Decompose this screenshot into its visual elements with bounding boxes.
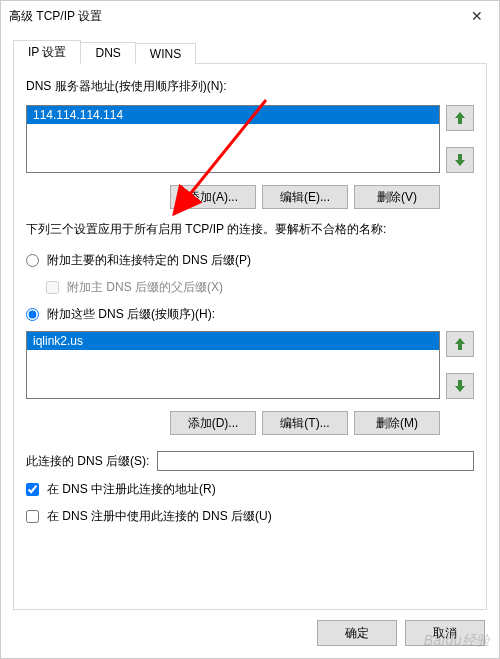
check-parent-suffix: 附加主 DNS 后缀的父后缀(X) <box>26 277 474 298</box>
tab-dns[interactable]: DNS <box>80 42 135 64</box>
dns-suffix-edit-button[interactable]: 编辑(T)... <box>262 411 348 435</box>
arrow-down-icon <box>455 154 465 166</box>
dns-suffix-add-button[interactable]: 添加(D)... <box>170 411 256 435</box>
check-use-conn-suffix-input[interactable] <box>26 510 39 523</box>
tab-wins[interactable]: WINS <box>135 43 196 64</box>
dns-server-move-down-button[interactable] <box>446 147 474 173</box>
dns-suffix-remove-button[interactable]: 删除(M) <box>354 411 440 435</box>
arrow-up-icon <box>455 112 465 124</box>
dns-server-move-up-button[interactable] <box>446 105 474 131</box>
dns-suffix-reorder <box>446 331 474 399</box>
check-register-dns-input[interactable] <box>26 483 39 496</box>
advanced-tcpip-window: 高级 TCP/IP 设置 ✕ IP 设置 DNS WINS DNS 服务器地址(… <box>0 0 500 659</box>
dns-server-listbox[interactable]: 114.114.114.114 <box>26 105 440 173</box>
check-parent-suffix-label: 附加主 DNS 后缀的父后缀(X) <box>67 279 223 296</box>
dns-server-edit-button[interactable]: 编辑(E)... <box>262 185 348 209</box>
window-title: 高级 TCP/IP 设置 <box>9 8 102 25</box>
dns-server-reorder <box>446 105 474 173</box>
tabstrip: IP 设置 DNS WINS <box>13 39 487 64</box>
check-register-dns[interactable]: 在 DNS 中注册此连接的地址(R) <box>26 479 474 500</box>
dns-server-add-button[interactable]: 添加(A)... <box>170 185 256 209</box>
radio-append-these[interactable]: 附加这些 DNS 后缀(按顺序)(H): <box>26 304 474 325</box>
conn-suffix-label: 此连接的 DNS 后缀(S): <box>26 453 149 470</box>
close-button[interactable]: ✕ <box>454 1 499 31</box>
client-area: IP 设置 DNS WINS DNS 服务器地址(按使用顺序排列)(N): 11… <box>1 31 499 658</box>
dns-suffix-listbox[interactable]: iqlink2.us <box>26 331 440 399</box>
dns-server-item[interactable]: 114.114.114.114 <box>27 106 439 124</box>
dns-suffix-item[interactable]: iqlink2.us <box>27 332 439 350</box>
ok-button[interactable]: 确定 <box>317 620 397 646</box>
radio-primary-suffix-label: 附加主要的和连接特定的 DNS 后缀(P) <box>47 252 251 269</box>
arrow-up-icon <box>455 338 465 350</box>
dns-suffix-move-down-button[interactable] <box>446 373 474 399</box>
conn-suffix-input[interactable] <box>157 451 474 471</box>
check-use-conn-suffix-label: 在 DNS 注册中使用此连接的 DNS 后缀(U) <box>47 508 272 525</box>
dns-server-remove-button[interactable]: 删除(V) <box>354 185 440 209</box>
watermark: Baidu经验 <box>424 632 491 650</box>
tab-ip-settings[interactable]: IP 设置 <box>13 40 81 64</box>
radio-append-these-input[interactable] <box>26 308 39 321</box>
arrow-down-icon <box>455 380 465 392</box>
radio-append-these-label: 附加这些 DNS 后缀(按顺序)(H): <box>47 306 215 323</box>
close-icon: ✕ <box>471 8 483 24</box>
dns-server-list-label: DNS 服务器地址(按使用顺序排列)(N): <box>26 78 474 95</box>
dns-suffix-move-up-button[interactable] <box>446 331 474 357</box>
check-register-dns-label: 在 DNS 中注册此连接的地址(R) <box>47 481 216 498</box>
check-parent-suffix-input <box>46 281 59 294</box>
resolve-description: 下列三个设置应用于所有启用 TCP/IP 的连接。要解析不合格的名称: <box>26 219 474 244</box>
radio-primary-suffix-input[interactable] <box>26 254 39 267</box>
dns-tab-body: DNS 服务器地址(按使用顺序排列)(N): 114.114.114.114 添… <box>13 64 487 610</box>
check-use-conn-suffix[interactable]: 在 DNS 注册中使用此连接的 DNS 后缀(U) <box>26 506 474 527</box>
titlebar: 高级 TCP/IP 设置 ✕ <box>1 1 499 31</box>
radio-primary-suffix[interactable]: 附加主要的和连接特定的 DNS 后缀(P) <box>26 250 474 271</box>
